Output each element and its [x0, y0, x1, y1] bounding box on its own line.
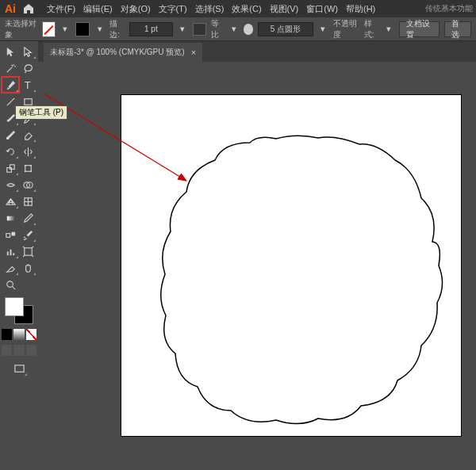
menu-type[interactable]: 文字(T)	[155, 3, 191, 15]
drawn-shape	[121, 95, 461, 436]
workspace-label[interactable]: 传统基本功能	[425, 3, 473, 14]
stroke-weight-input[interactable]	[129, 22, 173, 36]
type-tool[interactable]: T	[19, 77, 36, 93]
fill-dropdown-icon[interactable]: ▾	[60, 23, 71, 36]
perspective-grid-tool[interactable]	[2, 193, 19, 209]
lasso-tool[interactable]	[19, 60, 36, 76]
selection-tool[interactable]	[2, 44, 19, 59]
svg-point-21	[25, 238, 26, 239]
blob-brush-tool[interactable]	[2, 127, 19, 143]
svg-text:T: T	[24, 79, 30, 91]
none-mode-icon[interactable]	[26, 329, 36, 340]
width-tool[interactable]	[2, 177, 19, 193]
stroke-swatch[interactable]	[75, 22, 90, 36]
uniform-label[interactable]: 等比	[211, 18, 224, 40]
svg-point-9	[30, 164, 32, 166]
svg-point-8	[24, 164, 25, 166]
svg-point-27	[6, 281, 13, 287]
svg-rect-24	[10, 249, 11, 255]
hand-tool[interactable]	[19, 260, 36, 276]
magic-wand-tool[interactable]	[2, 60, 19, 76]
stroke-weight-dd-icon[interactable]: ▾	[178, 23, 188, 36]
blend-tool[interactable]	[2, 227, 19, 243]
free-transform-tool[interactable]	[19, 160, 36, 176]
svg-point-20	[23, 236, 25, 238]
svg-line-2	[6, 97, 13, 105]
svg-point-0	[7, 86, 9, 88]
svg-point-22	[23, 239, 25, 240]
no-selection-label: 未选择对象	[5, 18, 37, 40]
gradient-tool[interactable]	[2, 210, 19, 226]
screen-mode-icon[interactable]	[10, 361, 28, 376]
gradient-mode-icon[interactable]	[13, 329, 24, 340]
svg-rect-18	[6, 233, 10, 237]
fill-stroke-swatches[interactable]	[3, 296, 35, 326]
svg-point-11	[30, 170, 32, 172]
tab-close-icon[interactable]: ×	[191, 48, 196, 57]
shape-builder-tool[interactable]	[19, 177, 36, 193]
column-graph-tool[interactable]	[2, 243, 19, 259]
rotate-tool[interactable]	[2, 143, 19, 159]
svg-rect-5	[6, 167, 11, 172]
document-tab-bar: 未标题-3* @ 100% (CMYK/GPU 预览) ×	[0, 41, 476, 62]
eyedropper-tool[interactable]	[19, 210, 36, 226]
fill-swatch[interactable]	[42, 21, 56, 37]
slice-tool[interactable]	[2, 260, 19, 276]
svg-rect-7	[25, 165, 31, 171]
tool-tooltip: 钢笔工具 (P)	[15, 105, 67, 120]
svg-rect-3	[24, 98, 31, 105]
svg-rect-19	[11, 231, 15, 235]
prefs-button[interactable]: 首选	[444, 21, 471, 37]
menu-select[interactable]: 选择(S)	[191, 3, 228, 15]
menu-help[interactable]: 帮助(H)	[342, 3, 379, 15]
svg-point-10	[24, 170, 25, 172]
style-dd-icon[interactable]: ▾	[384, 23, 394, 36]
stroke-dropdown-icon[interactable]: ▾	[94, 23, 105, 36]
symbol-sprayer-tool[interactable]	[19, 227, 36, 243]
style-label[interactable]: 样式:	[364, 18, 379, 40]
svg-rect-26	[24, 247, 31, 254]
uniform-dd-icon[interactable]: ▾	[228, 23, 239, 36]
canvas-area[interactable]	[44, 62, 476, 470]
menu-view[interactable]: 视图(V)	[266, 3, 303, 15]
brush-dd-icon[interactable]: ▾	[318, 23, 328, 36]
fill-color-swatch[interactable]	[5, 297, 24, 316]
menu-bar: Ai 文件(F) 编辑(E) 对象(O) 文字(T) 选择(S) 效果(C) 视…	[0, 0, 476, 17]
document-tab[interactable]: 未标题-3* @ 100% (CMYK/GPU 预览) ×	[44, 43, 202, 62]
svg-rect-17	[6, 216, 13, 220]
menu-window[interactable]: 窗口(W)	[302, 3, 342, 15]
color-mode-icon[interactable]	[2, 329, 12, 340]
eraser-tool[interactable]	[19, 127, 36, 143]
menu-effect[interactable]: 效果(C)	[228, 3, 265, 15]
svg-rect-23	[6, 251, 8, 255]
stroke-label: 描边:	[109, 18, 125, 40]
svg-rect-6	[10, 164, 14, 169]
tab-title: 未标题-3* @ 100% (CMYK/GPU 预览)	[50, 47, 185, 58]
options-bar: 未选择对象 ▾ ▾ 描边: ▾ 等比 ▾ ▾ 不透明度 样式: ▾ 文档设置 首…	[0, 17, 476, 41]
draw-behind-icon[interactable]	[13, 345, 24, 356]
menu-object[interactable]: 对象(O)	[117, 3, 155, 15]
empty-tool-slot	[19, 277, 36, 292]
brush-dot-icon[interactable]	[244, 24, 253, 35]
doc-setup-button[interactable]: 文档设置	[399, 21, 440, 37]
profile-swatch[interactable]	[193, 23, 206, 36]
toolbox: T	[0, 41, 38, 380]
artboard-tool[interactable]	[19, 243, 36, 259]
menu-file[interactable]: 文件(F)	[43, 3, 79, 15]
scale-tool[interactable]	[2, 160, 19, 176]
home-icon[interactable]	[22, 2, 35, 15]
pen-tool[interactable]	[2, 77, 19, 93]
svg-point-4	[6, 136, 9, 139]
draw-inside-icon[interactable]	[26, 345, 36, 356]
mesh-tool[interactable]	[19, 193, 36, 209]
opacity-label[interactable]: 不透明度	[333, 18, 359, 40]
zoom-tool[interactable]	[2, 277, 19, 292]
svg-rect-29	[14, 365, 23, 371]
draw-normal-icon[interactable]	[2, 345, 12, 356]
menu-edit[interactable]: 编辑(E)	[79, 3, 117, 15]
direct-selection-tool[interactable]	[19, 44, 36, 59]
app-logo: Ai	[3, 2, 17, 15]
artboard[interactable]	[121, 95, 461, 436]
reflect-tool[interactable]	[19, 143, 36, 159]
brush-input[interactable]	[258, 22, 313, 36]
